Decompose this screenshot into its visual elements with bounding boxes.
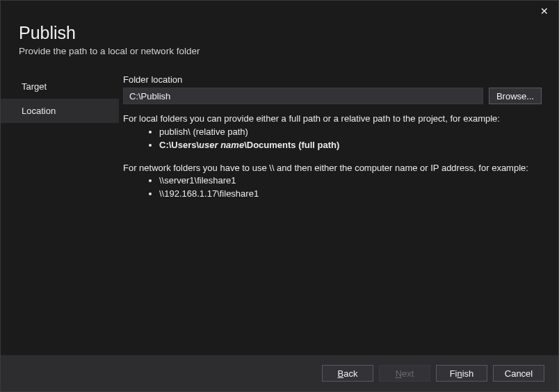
- main-panel: Folder location Browse... For local fold…: [119, 74, 558, 336]
- dialog-body: Target Location Folder location Browse..…: [1, 59, 558, 336]
- cancel-button[interactable]: Cancel: [493, 365, 544, 382]
- publish-dialog: ✕ Publish Provide the path to a local or…: [0, 0, 559, 392]
- help-net-intro: For network folders you have to use \\ a…: [123, 162, 542, 175]
- next-button: Next: [379, 365, 430, 382]
- browse-button[interactable]: Browse...: [489, 88, 542, 104]
- step-target[interactable]: Target: [1, 74, 119, 99]
- dialog-header: Publish Provide the path to a local or n…: [1, 1, 558, 59]
- dialog-subtitle: Provide the path to a local or network f…: [19, 46, 542, 56]
- folder-location-row: Browse...: [123, 88, 542, 104]
- step-location[interactable]: Location: [1, 99, 119, 123]
- help-local-intro: For local folders you can provide either…: [123, 113, 542, 126]
- finish-button[interactable]: Finish: [436, 365, 487, 382]
- close-icon[interactable]: ✕: [534, 3, 555, 19]
- wizard-footer: Back Next Finish Cancel: [1, 355, 558, 391]
- help-text: For local folders you can provide either…: [123, 113, 542, 201]
- help-local-ex1: publish\ (relative path): [159, 126, 542, 139]
- wizard-steps: Target Location: [1, 74, 119, 336]
- help-local-ex2: C:\Users\user name\Documents (full path): [159, 139, 542, 152]
- folder-location-label: Folder location: [123, 74, 542, 85]
- back-button[interactable]: Back: [322, 365, 373, 382]
- help-net-ex2: \\192.168.1.17\fileshare1: [159, 188, 542, 201]
- help-net-ex1: \\server1\fileshare1: [159, 174, 542, 188]
- folder-location-input[interactable]: [123, 88, 483, 104]
- dialog-title: Publish: [19, 23, 542, 43]
